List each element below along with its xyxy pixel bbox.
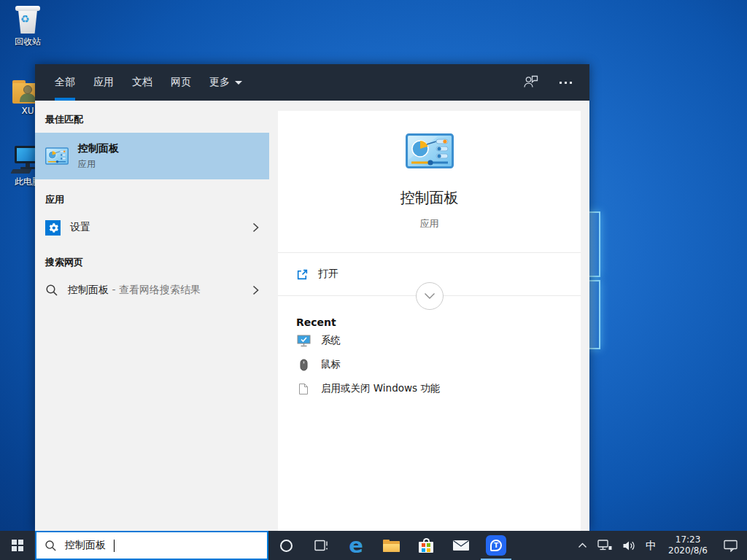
tab-apps[interactable]: 应用	[93, 64, 114, 101]
tencent-docs-button[interactable]: T	[479, 531, 514, 560]
tray-date: 2020/8/6	[668, 545, 708, 556]
microsoft-store-button[interactable]	[409, 531, 444, 560]
action-center-button[interactable]	[714, 531, 747, 560]
recycle-bin-icon: ♻	[15, 4, 40, 34]
edge-icon: e	[349, 535, 363, 556]
task-view-icon	[314, 540, 328, 551]
wallpaper-logo-fragment	[588, 280, 600, 349]
settings-label: 设置	[70, 221, 90, 234]
result-settings[interactable]: 设置	[35, 213, 269, 242]
control-panel-icon-large	[406, 133, 454, 168]
cortana-icon	[280, 540, 293, 552]
taskbar-search-box[interactable]: 控制面板	[35, 531, 268, 560]
web-result-text: 控制面板 - 查看网络搜索结果	[68, 284, 201, 297]
settings-gear-icon	[45, 220, 61, 236]
mail-button[interactable]	[444, 531, 479, 560]
action-center-icon	[724, 540, 738, 552]
web-section-header: 搜索网页	[35, 248, 269, 276]
recent-item-label: 鼠标	[321, 358, 341, 371]
tab-web[interactable]: 网页	[171, 64, 191, 101]
detail-app-subtitle: 应用	[420, 217, 439, 230]
windows-logo-icon	[12, 540, 23, 551]
chevron-down-icon	[235, 81, 242, 85]
edge-browser-button[interactable]: e	[338, 531, 374, 560]
taskbar: 控制面板 e T	[0, 531, 747, 560]
task-view-button[interactable]	[303, 531, 338, 560]
taskbar-clock[interactable]: 17:23 2020/8/6	[662, 531, 714, 560]
best-match-header: 最佳匹配	[35, 105, 269, 133]
mail-icon	[452, 540, 470, 551]
search-icon	[45, 284, 58, 297]
recent-section: Recent 系统	[278, 295, 581, 531]
desktop-icon-label: XU	[21, 106, 34, 116]
apps-section-header: 应用	[35, 185, 269, 213]
file-explorer-button[interactable]	[374, 531, 409, 560]
result-web-search[interactable]: 控制面板 - 查看网络搜索结果	[35, 276, 269, 305]
text-caret	[114, 540, 115, 552]
search-results-list: 最佳匹配	[35, 101, 269, 531]
network-tray-button[interactable]	[592, 531, 617, 560]
desktop-icon-label: 回收站	[15, 36, 41, 48]
volume-tray-button[interactable]	[617, 531, 640, 560]
chevron-right-icon	[252, 285, 259, 295]
tab-more[interactable]: 更多	[209, 64, 242, 101]
chevron-right-icon	[252, 222, 259, 233]
search-icon	[44, 540, 57, 552]
more-options-icon[interactable]	[560, 82, 572, 84]
tray-time: 17:23	[676, 534, 701, 545]
search-flyout-panel: 全部 应用 文档 网页 更多 最佳匹配	[35, 64, 589, 531]
recent-item-label: 系统	[321, 334, 341, 347]
windows-features-icon	[296, 383, 311, 395]
detail-app-title: 控制面板	[400, 188, 459, 208]
expand-chevron-button[interactable]	[416, 282, 444, 310]
chevron-up-icon	[578, 542, 587, 548]
recent-item-mouse[interactable]: 鼠标	[296, 353, 581, 376]
recent-item-system[interactable]: 系统	[296, 329, 581, 352]
file-explorer-icon	[383, 540, 400, 552]
chevron-down-icon	[424, 292, 436, 300]
web-result-suffix: - 查看网络搜索结果	[112, 284, 201, 295]
recent-header: Recent	[296, 316, 581, 328]
best-match-subtitle: 应用	[78, 158, 119, 171]
tencent-docs-icon: T	[486, 535, 506, 556]
best-match-title: 控制面板	[78, 142, 119, 155]
control-panel-icon	[45, 147, 69, 165]
search-input[interactable]: 控制面板	[65, 539, 106, 552]
speaker-icon	[622, 540, 635, 551]
open-label: 打开	[318, 268, 338, 281]
show-hidden-icons-button[interactable]	[573, 531, 592, 560]
recent-item-windows-features[interactable]: 启用或关闭 Windows 功能	[296, 377, 581, 400]
search-detail-pane: 控制面板 应用 打开	[269, 101, 589, 531]
ime-indicator[interactable]: 中	[640, 531, 662, 560]
feedback-icon[interactable]	[523, 74, 539, 91]
mouse-icon	[296, 359, 311, 371]
store-icon	[419, 538, 433, 553]
tab-all[interactable]: 全部	[55, 64, 75, 101]
cortana-button[interactable]	[268, 531, 303, 560]
system-monitor-icon	[296, 335, 311, 347]
start-button[interactable]	[0, 531, 35, 560]
desktop-icon-recycle-bin[interactable]: ♻ 回收站	[4, 4, 51, 48]
recent-item-label: 启用或关闭 Windows 功能	[321, 382, 440, 395]
open-external-icon	[296, 268, 309, 281]
wallpaper-logo-fragment	[588, 211, 600, 277]
network-icon	[597, 540, 612, 551]
result-best-match-control-panel[interactable]: 控制面板 应用	[35, 133, 269, 179]
search-filter-tabs: 全部 应用 文档 网页 更多	[35, 64, 589, 101]
tab-documents[interactable]: 文档	[132, 64, 152, 101]
